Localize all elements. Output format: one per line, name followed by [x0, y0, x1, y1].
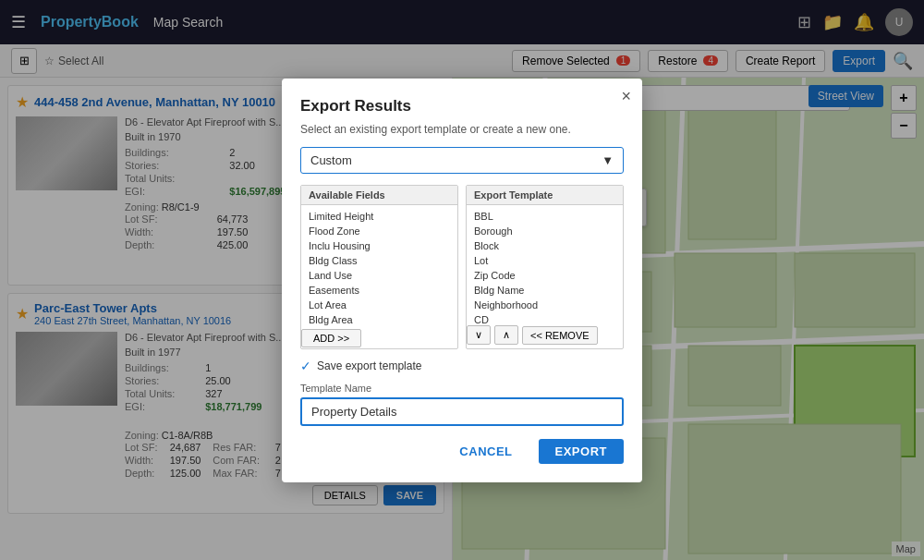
available-field-item[interactable]: Bldg Class [301, 253, 457, 268]
add-button-container: ADD >> [301, 329, 457, 347]
add-button[interactable]: ADD >> [301, 329, 361, 347]
export-field-item[interactable]: Block [467, 238, 623, 253]
available-field-item[interactable]: Flood Zone [301, 224, 457, 238]
modal-close-button[interactable]: × [621, 88, 631, 104]
available-fields-header: Available Fields [301, 186, 457, 205]
remove-button[interactable]: << REMOVE [522, 326, 598, 345]
export-template-col: Export Template BBLBoroughBlockLotZip Co… [466, 185, 624, 349]
save-template-label: Save export template [317, 359, 421, 372]
available-field-item[interactable]: Land Use [301, 268, 457, 283]
move-up-button[interactable]: ∧ [494, 325, 518, 345]
save-template-row: ✓ Save export template [300, 359, 624, 373]
export-field-item[interactable]: Bldg Name [467, 283, 623, 298]
template-dropdown[interactable]: Custom ▼ [300, 147, 624, 174]
modal-actions: CANCEL EXPORT [300, 439, 624, 464]
export-field-item[interactable]: Lot [467, 253, 623, 268]
save-template-check-icon[interactable]: ✓ [300, 359, 311, 373]
field-controls: ∨ ∧ << REMOVE [467, 325, 623, 348]
export-fields-list: BBLBoroughBlockLotZip CodeBldg NameNeigh… [467, 205, 623, 325]
available-field-item[interactable]: Inclu Housing [301, 238, 457, 253]
close-icon: × [621, 87, 631, 105]
available-field-item[interactable]: Limited Height [301, 209, 457, 224]
export-modal: × Export Results Select an existing expo… [282, 79, 642, 482]
modal-overlay: × Export Results Select an existing expo… [0, 0, 924, 560]
export-template-header: Export Template [467, 186, 623, 205]
export-submit-button[interactable]: EXPORT [539, 439, 624, 464]
template-name-input[interactable] [300, 397, 624, 426]
available-fields-col: Available Fields Limited HeightFlood Zon… [300, 185, 458, 349]
export-field-item[interactable]: Zip Code [467, 268, 623, 283]
available-field-item[interactable]: Lot Area [301, 298, 457, 312]
modal-subtitle: Select an existing export template or cr… [300, 123, 624, 136]
available-field-item[interactable]: Easements [301, 283, 457, 298]
fields-area: Available Fields Limited HeightFlood Zon… [300, 185, 624, 349]
available-field-item[interactable]: Bldg Area [301, 312, 457, 325]
chevron-down-icon: ▼ [602, 153, 614, 167]
export-field-item[interactable]: Neighborhood [467, 298, 623, 312]
export-field-item[interactable]: CD [467, 312, 623, 325]
export-field-item[interactable]: Borough [467, 224, 623, 238]
available-fields-list: Limited HeightFlood ZoneInclu HousingBld… [301, 205, 457, 325]
export-field-item[interactable]: BBL [467, 209, 623, 224]
modal-title: Export Results [300, 97, 624, 116]
template-name-label: Template Name [300, 383, 624, 394]
cancel-button[interactable]: CANCEL [443, 439, 529, 464]
template-dropdown-value: Custom [310, 153, 352, 167]
move-down-button[interactable]: ∨ [467, 325, 491, 345]
